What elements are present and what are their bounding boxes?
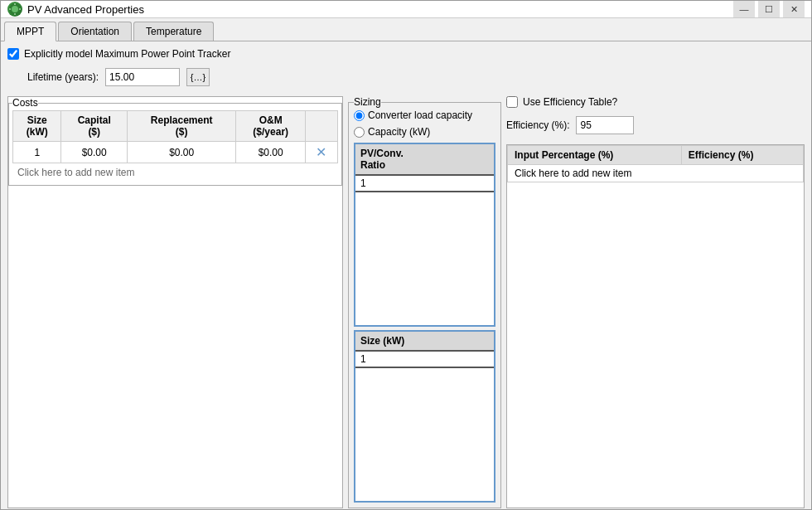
maximize-button[interactable]: ☐ xyxy=(758,1,780,17)
minimize-button[interactable]: — xyxy=(733,1,755,17)
app-icon xyxy=(7,2,22,17)
pv-conv-ratio-header: PV/Conv.Ratio xyxy=(355,144,494,176)
radio-converter-load-input[interactable] xyxy=(354,110,365,121)
costs-panel: Costs Size(kW) Capital($) Replacement($)… xyxy=(7,96,343,508)
sizing-legend: Sizing xyxy=(354,96,381,108)
mppt-checkbox-label: Explicitly model Maximum Power Point Tra… xyxy=(24,48,230,60)
costs-legend: Costs xyxy=(12,97,38,109)
close-button[interactable]: ✕ xyxy=(783,1,805,17)
efficiency-percent-input[interactable] xyxy=(576,116,634,134)
eff-col-input-pct: Input Percentage (%) xyxy=(508,146,682,165)
mppt-checkbox-row: Explicitly model Maximum Power Point Tra… xyxy=(7,48,805,60)
cell-replacement: $0.00 xyxy=(127,142,236,163)
tab-orientation[interactable]: Orientation xyxy=(58,22,132,41)
cell-om: $0.00 xyxy=(236,142,306,163)
delete-row-button[interactable]: ✕ xyxy=(305,142,337,163)
col-capital: Capital($) xyxy=(61,111,127,142)
use-efficiency-table-checkbox[interactable] xyxy=(506,96,518,108)
title-bar: PV Advanced Properties — ☐ ✕ xyxy=(1,1,811,18)
window-title: PV Advanced Properties xyxy=(27,3,144,16)
svg-point-1 xyxy=(12,6,18,12)
size-kw-grid: Size (kW) 1 xyxy=(354,330,495,503)
use-efficiency-row: Use Efficiency Table? xyxy=(506,96,805,108)
eff-add-item-text[interactable]: Click here to add new item xyxy=(508,165,804,182)
costs-table: Size(kW) Capital($) Replacement($) O&M($… xyxy=(12,110,338,163)
main-window: PV Advanced Properties — ☐ ✕ MPPT Orient… xyxy=(0,0,812,510)
eff-col-efficiency: Efficiency (%) xyxy=(681,146,803,165)
efficiency-percent-label: Efficiency (%): xyxy=(506,119,569,131)
size-kw-value[interactable]: 1 xyxy=(355,352,494,368)
efficiency-table: Input Percentage (%) Efficiency (%) Clic… xyxy=(507,145,804,182)
efficiency-value-row: Efficiency (%): xyxy=(506,116,805,134)
size-kw-header: Size (kW) xyxy=(355,332,494,352)
content-area: Explicitly model Maximum Power Point Tra… xyxy=(1,41,811,510)
efficiency-panel: Use Efficiency Table? Efficiency (%): In… xyxy=(506,96,805,508)
radio-capacity-label: Capacity (kW) xyxy=(368,126,430,138)
radio-capacity-input[interactable] xyxy=(354,127,365,138)
lifetime-detail-button[interactable]: {…} xyxy=(186,68,210,86)
main-panels: Costs Size(kW) Capital($) Replacement($)… xyxy=(7,96,805,508)
use-efficiency-table-label: Use Efficiency Table? xyxy=(523,96,617,108)
lifetime-row: Lifetime (years): {…} xyxy=(27,68,805,86)
tab-mppt[interactable]: MPPT xyxy=(4,22,56,41)
pv-conv-ratio-grid: PV/Conv.Ratio 1 xyxy=(354,143,495,327)
col-om: O&M($/year) xyxy=(236,111,306,142)
mppt-checkbox[interactable] xyxy=(7,48,19,60)
tab-temperature[interactable]: Temperature xyxy=(133,22,214,41)
cell-capital: $0.00 xyxy=(61,142,127,163)
col-replacement: Replacement($) xyxy=(127,111,236,142)
radio-capacity: Capacity (kW) xyxy=(354,126,495,138)
sizing-panel: Sizing Converter load capacity Capacity … xyxy=(348,96,501,508)
costs-add-item[interactable]: Click here to add new item xyxy=(12,163,338,182)
size-kw-body xyxy=(355,368,494,501)
title-bar-left: PV Advanced Properties xyxy=(7,2,144,17)
title-controls: — ☐ ✕ xyxy=(733,1,805,17)
eff-add-item-row[interactable]: Click here to add new item xyxy=(508,165,804,182)
pv-conv-ratio-value[interactable]: 1 xyxy=(355,176,494,192)
radio-converter-load-label: Converter load capacity xyxy=(368,109,472,121)
lifetime-label: Lifetime (years): xyxy=(27,71,99,83)
col-delete-header xyxy=(305,111,337,142)
radio-converter-load: Converter load capacity xyxy=(354,109,495,121)
tab-bar: MPPT Orientation Temperature xyxy=(1,18,811,41)
table-row: 1 $0.00 $0.00 $0.00 ✕ xyxy=(13,142,338,163)
cell-size: 1 xyxy=(13,142,61,163)
col-size: Size(kW) xyxy=(13,111,61,142)
pv-conv-ratio-body xyxy=(355,192,494,325)
efficiency-table-box: Input Percentage (%) Efficiency (%) Clic… xyxy=(506,144,805,508)
lifetime-input[interactable] xyxy=(105,68,180,86)
